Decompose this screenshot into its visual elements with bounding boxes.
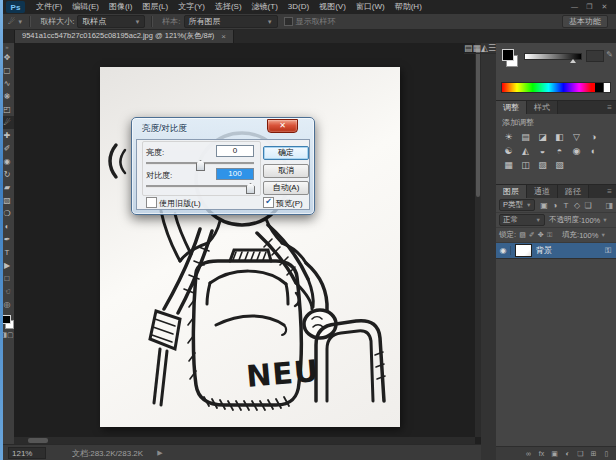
- tab-adjustments[interactable]: 调整: [496, 101, 527, 114]
- spectrum-white-swatch[interactable]: [603, 83, 610, 92]
- maximize-button[interactable]: ❐: [582, 1, 597, 13]
- zoom-level-field[interactable]: 121%: [8, 447, 46, 459]
- menu-item[interactable]: 帮助(H): [390, 0, 427, 14]
- brightness-label: 亮度:: [146, 147, 164, 158]
- adj-levels-icon[interactable]: ▤: [517, 130, 534, 144]
- link-layers-icon[interactable]: ∞: [522, 450, 535, 457]
- fill-value[interactable]: 100%: [579, 231, 598, 240]
- filter-pixel-layers-icon[interactable]: ▣: [538, 201, 549, 210]
- filter-type-layers-icon[interactable]: T: [560, 201, 571, 210]
- menu-item[interactable]: 3D(D): [283, 0, 314, 14]
- adj-color-balance-icon[interactable]: ☯: [500, 144, 517, 158]
- blend-mode-select[interactable]: 正常 ▼: [499, 214, 545, 226]
- adj-invert-icon[interactable]: ◐: [585, 144, 602, 158]
- tab-channels[interactable]: 通道: [527, 185, 558, 198]
- menu-item[interactable]: 窗口(W): [351, 0, 390, 14]
- spectrum-black-swatch[interactable]: [595, 83, 603, 92]
- properties-panel-icon[interactable]: ☰: [488, 43, 496, 54]
- grayscale-value-field[interactable]: [586, 50, 604, 62]
- filter-shape-layers-icon[interactable]: ◇: [571, 201, 582, 210]
- grayscale-slider-thumb[interactable]: [570, 59, 576, 63]
- panel-menu-icon[interactable]: ≡: [607, 185, 612, 198]
- menu-item[interactable]: 视图(V): [314, 0, 351, 14]
- lock-position-icon[interactable]: ✥: [536, 231, 545, 239]
- screen-mode-icon[interactable]: ▢: [7, 331, 14, 338]
- lock-transparent-icon[interactable]: ▨: [518, 231, 527, 239]
- adj-color-lookup-icon[interactable]: ◉: [568, 144, 585, 158]
- contrast-slider[interactable]: [146, 185, 254, 188]
- foreground-color-swatch[interactable]: [502, 49, 514, 61]
- adj-selective-color-icon[interactable]: ▧: [551, 158, 568, 172]
- horizontal-scrollbar[interactable]: [14, 437, 475, 444]
- adj-photo-filter-icon[interactable]: ◒: [534, 144, 551, 158]
- menu-item[interactable]: 图像(I): [104, 0, 138, 14]
- tab-layers[interactable]: 图层: [496, 185, 527, 198]
- opacity-value[interactable]: 100%: [581, 216, 600, 225]
- adj-posterize-icon[interactable]: ▦: [500, 158, 517, 172]
- delete-layer-icon[interactable]: ▯: [600, 450, 613, 458]
- lock-pixels-icon[interactable]: ✐: [527, 231, 536, 239]
- color-spectrum-ramp[interactable]: [501, 82, 611, 93]
- adj-brightness-contrast-icon[interactable]: ☀: [500, 130, 517, 144]
- adj-channel-mixer-icon[interactable]: ◓: [551, 144, 568, 158]
- contrast-slider-thumb[interactable]: [246, 183, 255, 194]
- foreground-color-swatch[interactable]: [2, 315, 11, 324]
- layers-list-empty-area[interactable]: [496, 259, 616, 446]
- canvas-area[interactable]: NEU: [14, 43, 481, 444]
- layer-thumbnail[interactable]: [515, 244, 532, 257]
- layer-row-background[interactable]: ◉ 背景 ⚿: [496, 243, 616, 259]
- tab-styles[interactable]: 样式: [527, 101, 558, 114]
- ok-button[interactable]: 确定: [263, 146, 309, 160]
- auto-button[interactable]: 自动(A): [263, 181, 309, 195]
- horizontal-scrollbar-thumb[interactable]: [28, 438, 48, 443]
- tab-paths[interactable]: 路径: [558, 185, 589, 198]
- filter-smart-objects-icon[interactable]: ❏: [582, 201, 593, 210]
- use-legacy-checkbox[interactable]: [146, 197, 157, 208]
- layer-group-icon[interactable]: ❏: [574, 450, 587, 458]
- menu-item[interactable]: 文件(F): [31, 0, 67, 14]
- brightness-input[interactable]: 0: [216, 145, 254, 157]
- dialog-content: 亮度: 0 对比度: 100 确定 取消 自动(A) 使用旧版(L) ✔ 预览(…: [136, 139, 310, 210]
- adj-hue-saturation-icon[interactable]: ◑: [585, 130, 602, 144]
- document-tab[interactable]: 9541a1cc547b27c01625c08195ac2.jpg @ 121%…: [14, 29, 234, 43]
- spectrum-gradient[interactable]: [502, 83, 595, 92]
- panel-menu-icon[interactable]: ≡: [607, 101, 612, 114]
- dialog-close-button[interactable]: ✕: [267, 119, 298, 133]
- adj-exposure-icon[interactable]: ◧: [551, 130, 568, 144]
- menu-item[interactable]: 编辑(E): [67, 0, 104, 14]
- layer-filter-toggle-icon[interactable]: ◨: [605, 201, 613, 210]
- layer-visibility-icon[interactable]: ◉: [496, 246, 511, 255]
- layer-filter-select[interactable]: P类型 ▼: [499, 199, 535, 211]
- filter-adjustment-layers-icon[interactable]: ◑: [549, 201, 560, 210]
- sample-size-select[interactable]: 取样点 ▼: [77, 15, 145, 28]
- adjustment-layer-icon[interactable]: ◐: [561, 450, 574, 457]
- layer-effects-icon[interactable]: fx: [535, 450, 548, 457]
- menu-item[interactable]: 图层(L): [137, 0, 173, 14]
- swatches-panel-icon[interactable]: ▦: [472, 43, 481, 54]
- menu-item[interactable]: 滤镜(T): [247, 0, 283, 14]
- preview-checkbox[interactable]: ✔: [263, 197, 274, 208]
- minimize-button[interactable]: —: [567, 1, 582, 13]
- workspace-switcher-button[interactable]: 基本功能: [562, 15, 608, 28]
- cancel-button[interactable]: 取消: [263, 164, 309, 178]
- collapse-toolbar-icon[interactable]: »: [5, 43, 8, 51]
- contrast-input[interactable]: 100: [216, 168, 254, 180]
- new-layer-icon[interactable]: ⊞: [587, 450, 600, 458]
- close-tab-icon[interactable]: ×: [221, 32, 226, 41]
- close-button[interactable]: ✕: [597, 1, 612, 13]
- vertical-scrollbar-thumb[interactable]: [476, 47, 480, 197]
- adj-vibrance-icon[interactable]: ▽: [568, 130, 585, 144]
- lock-all-icon[interactable]: ⚿: [545, 231, 554, 239]
- adj-black-white-icon[interactable]: ◭: [517, 144, 534, 158]
- adj-gradient-map-icon[interactable]: ▨: [534, 158, 551, 172]
- adj-threshold-icon[interactable]: ◫: [517, 158, 534, 172]
- navigator-panel-icon[interactable]: ◭: [481, 43, 488, 54]
- tool-preset-picker[interactable]: ☄ ▼: [8, 17, 23, 26]
- menu-item[interactable]: 选择(S): [210, 0, 247, 14]
- brightness-slider[interactable]: [146, 162, 254, 165]
- brightness-slider-thumb[interactable]: [196, 160, 205, 171]
- adj-curves-icon[interactable]: ◪: [534, 130, 551, 144]
- layer-mask-icon[interactable]: ▣: [548, 450, 561, 458]
- status-arrow-icon[interactable]: ▶: [157, 449, 162, 457]
- menu-item[interactable]: 文字(Y): [173, 0, 210, 14]
